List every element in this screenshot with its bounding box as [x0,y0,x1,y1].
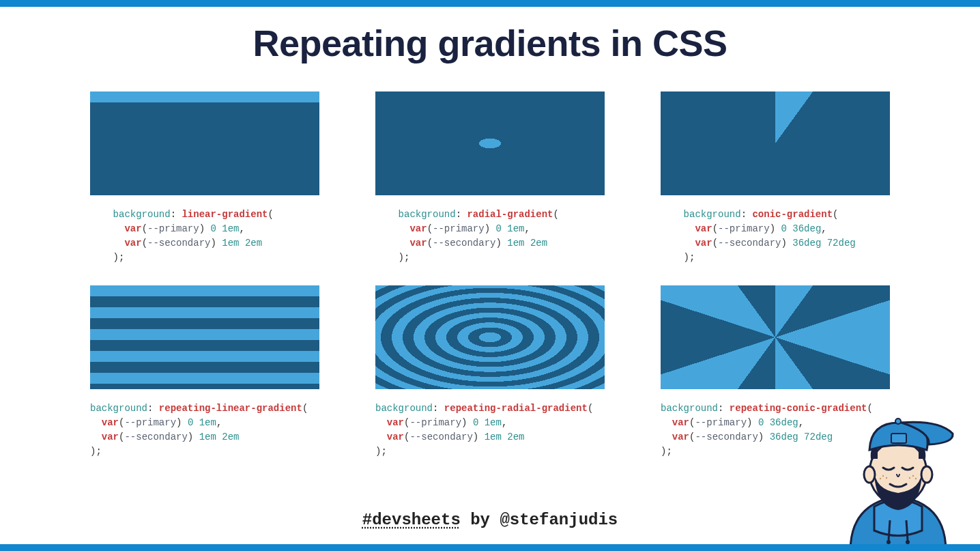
examples-grid: background: linear-gradient( var(--prima… [0,64,980,459]
svg-point-9 [880,478,881,479]
footer-hashtag: #devsheets [362,511,461,529]
svg-point-3 [906,540,910,544]
footer-handle: @stefanjudis [500,511,618,529]
footer-by: by [461,511,500,529]
svg-point-2 [887,540,891,544]
svg-rect-13 [891,434,906,443]
svg-point-14 [895,419,901,424]
example-cell: background: repeating-radial-gradient( v… [375,285,605,459]
svg-point-10 [912,475,914,477]
svg-line-0 [889,520,890,541]
page-title: Repeating gradients in CSS [0,22,980,64]
code-snippet: background: conic-gradient( var(--primar… [661,208,890,265]
code-snippet: background: linear-gradient( var(--prima… [90,208,319,265]
gradient-preview [90,285,319,389]
svg-point-11 [909,477,910,479]
svg-line-1 [906,520,908,541]
svg-point-12 [915,478,917,479]
example-cell: background: repeating-linear-gradient( v… [90,285,319,459]
svg-point-8 [886,477,887,479]
example-cell: background: conic-gradient( var(--primar… [661,91,890,265]
gradient-preview [661,91,890,195]
example-cell: background: linear-gradient( var(--prima… [90,91,319,265]
gradient-preview [90,91,319,195]
svg-point-6 [921,466,932,483]
svg-point-7 [882,475,884,477]
code-snippet: background: repeating-linear-gradient( v… [90,401,319,459]
author-avatar [837,394,960,551]
code-snippet: background: repeating-radial-gradient( v… [375,401,605,459]
code-snippet: background: radial-gradient( var(--prima… [375,208,605,265]
svg-point-5 [864,466,875,483]
gradient-preview [375,91,605,195]
footer: #devsheets by @stefanjudis [0,511,980,529]
example-cell: background: radial-gradient( var(--prima… [375,91,605,265]
gradient-preview [375,285,605,389]
gradient-preview [661,285,890,389]
